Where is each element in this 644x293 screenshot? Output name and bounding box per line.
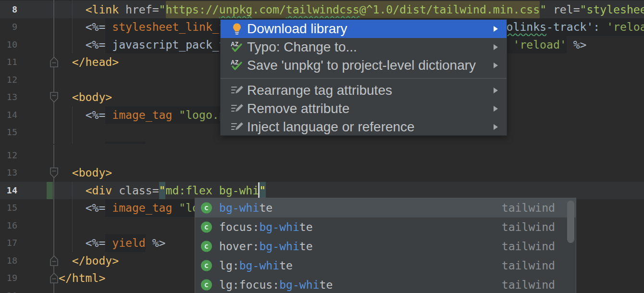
lightbulb-icon — [231, 23, 243, 35]
completion-item-origin: tailwind — [502, 259, 555, 272]
code-line[interactable]: <div class="md:flex bg-whi" — [59, 182, 266, 199]
line-number: 8 — [0, 1, 17, 18]
fold-marker-up[interactable] — [50, 56, 59, 68]
intention-item[interactable]: Rearrange tag attributes — [221, 81, 507, 100]
line-number: 17 — [0, 234, 17, 252]
submenu-arrow-icon — [493, 87, 498, 94]
line-number: 13 — [0, 164, 17, 181]
code-line[interactable]: <%= yield %> — [59, 234, 166, 252]
css-class-icon: c — [200, 260, 212, 272]
intention-item-label: Inject language or reference — [247, 119, 415, 135]
code-line[interactable]: </body> — [59, 252, 119, 269]
edit-icon — [231, 121, 243, 133]
fold-marker-down[interactable] — [50, 167, 59, 178]
completion-item-text: focus:bg-white — [219, 221, 313, 233]
line-number: 20 — [0, 287, 17, 293]
intention-item[interactable]: Inject language or reference — [221, 118, 507, 136]
line-number: 15 — [0, 124, 17, 141]
line-number: 14 — [0, 182, 17, 199]
scrollbar-thumb[interactable] — [567, 201, 574, 243]
line-number: 12 — [0, 71, 17, 89]
fold-marker-down[interactable] — [50, 91, 59, 103]
line-number: 10 — [0, 36, 17, 53]
intention-item-label: Save 'unpkg' to project-level dictionary — [247, 58, 476, 73]
svg-text:c: c — [204, 204, 209, 212]
code-completion-popup: cbg-whitetailwindcfocus:bg-whitetailwind… — [195, 198, 576, 293]
completion-item-text: lg:bg-white — [219, 259, 293, 272]
intention-item[interactable]: Download library — [221, 20, 507, 38]
line-number: 14 — [0, 106, 17, 124]
spellcheck-icon: AZ — [231, 41, 243, 53]
line-number: 13 — [0, 89, 17, 106]
svg-text:AZ: AZ — [231, 41, 238, 48]
intention-actions-popup: Download libraryAZTypo: Change to...AZSa… — [220, 19, 507, 136]
intention-item[interactable]: AZTypo: Change to... — [221, 38, 507, 56]
completion-item-origin: tailwind — [502, 240, 555, 253]
line-number: 12 — [0, 147, 17, 164]
line-number: 9 — [0, 18, 17, 36]
vcs-change-marker[interactable] — [47, 182, 53, 199]
submenu-arrow-icon — [493, 62, 498, 69]
code-line[interactable]: </head> — [59, 53, 119, 71]
line-number: 16 — [0, 217, 17, 234]
fold-marker-up[interactable] — [50, 255, 59, 267]
css-class-icon: c — [200, 279, 212, 291]
intention-item-label: Rearrange tag attributes — [247, 83, 392, 98]
completion-item[interactable]: clg:bg-whitetailwind — [195, 256, 576, 275]
completion-item-text: lg:focus:bg-white — [219, 279, 333, 291]
line-number: 18 — [0, 252, 17, 269]
intention-item[interactable]: Remove attribute — [221, 100, 507, 118]
spellcheck-icon: AZ — [231, 59, 243, 72]
submenu-arrow-icon — [493, 105, 498, 113]
intention-item-label: Download library — [247, 21, 347, 37]
completion-item[interactable]: clg:focus:bg-whitetailwind — [195, 275, 576, 293]
submenu-arrow-icon — [493, 44, 498, 51]
completion-item[interactable]: cfocus:bg-whitetailwind — [195, 217, 576, 237]
code-line[interactable]: </html> — [59, 269, 105, 287]
svg-text:c: c — [204, 280, 209, 289]
intention-item[interactable]: AZSave 'unpkg' to project-level dictiona… — [221, 56, 507, 75]
gutter-fold-line — [53, 0, 54, 144]
line-number: 11 — [0, 53, 17, 71]
submenu-arrow-icon — [493, 124, 498, 131]
text-caret — [258, 182, 260, 198]
svg-text:AZ: AZ — [231, 59, 238, 66]
ide-screen: 8 <link href="https://unpkg.com/tailwind… — [0, 0, 644, 293]
intention-item-label: Remove attribute — [247, 101, 349, 116]
svg-text:c: c — [204, 242, 209, 251]
completion-item[interactable]: chover:bg-whitetailwind — [195, 237, 576, 256]
fold-marker-up[interactable] — [50, 272, 59, 284]
svg-text:c: c — [204, 223, 209, 231]
completion-item-text: bg-white — [219, 202, 272, 214]
completion-item[interactable]: cbg-whitetailwind — [195, 198, 576, 217]
code-line[interactable]: <body> — [59, 164, 112, 181]
code-line[interactable]: <body> — [59, 89, 112, 106]
css-class-icon: c — [200, 202, 212, 214]
line-number: 19 — [0, 269, 17, 287]
completion-item-origin: tailwind — [502, 221, 555, 233]
code-line[interactable]: <link href="https://unpkg.com/tailwindcs… — [59, 1, 644, 18]
completion-item-origin: tailwind — [502, 279, 555, 291]
completion-item-text: hover:bg-white — [219, 240, 313, 253]
line-number: 15 — [0, 199, 17, 217]
edit-icon — [231, 84, 243, 97]
submenu-arrow-icon — [493, 25, 498, 33]
completion-item-origin: tailwind — [502, 202, 555, 214]
popup-separator — [221, 75, 507, 81]
edit-icon — [231, 102, 243, 115]
svg-text:c: c — [204, 261, 209, 270]
css-class-icon: c — [200, 221, 212, 233]
intention-item-label: Typo: Change to... — [247, 39, 357, 55]
css-class-icon: c — [200, 241, 212, 253]
